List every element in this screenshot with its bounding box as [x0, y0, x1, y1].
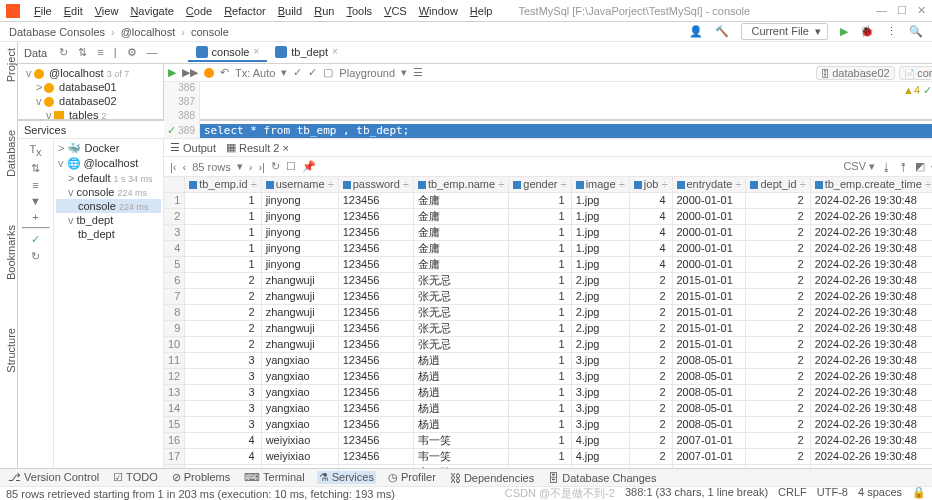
run-config-select[interactable]: Current File ▾ [741, 23, 828, 40]
execute-plan-icon[interactable]: ▶▶ [182, 66, 198, 79]
add-row-icon[interactable]: ☐ [286, 160, 296, 173]
menu-navigate[interactable]: Navigate [124, 3, 179, 19]
db-node[interactable]: v tables 2 [22, 108, 159, 119]
menu-tools[interactable]: Tools [340, 3, 378, 19]
services-tree[interactable]: > 🐳 Dockerv 🌐 @localhost> default 1 s 34… [54, 139, 164, 486]
menu-vcs[interactable]: VCS [378, 3, 413, 19]
svc-node[interactable]: v tb_dept [56, 213, 161, 227]
svc-node[interactable]: console 224 ms [56, 199, 161, 213]
rollback-icon[interactable]: ↶ [220, 66, 229, 79]
table-row[interactable]: 164weiyixiao123456韦一笑14.jpg22007-01-0122… [164, 432, 932, 448]
col-header[interactable]: tb_emp.name ÷ [413, 177, 508, 192]
last-page-icon[interactable]: ›| [258, 161, 265, 173]
database-tool[interactable]: Database [0, 130, 17, 177]
filter-icon[interactable]: ⇅ [31, 162, 40, 175]
svc-node[interactable]: tb_dept [56, 227, 161, 241]
check2-icon[interactable]: ✓ [308, 66, 317, 79]
table-row[interactable]: 11jinyong123456金庸11.jpg42000-01-0122024-… [164, 192, 932, 208]
pin-icon[interactable]: 📌 [302, 160, 316, 173]
bottom-profiler[interactable]: ◷ Profiler [386, 471, 438, 484]
settings-icon[interactable]: ☰ [413, 66, 423, 79]
next-page-icon[interactable]: › [249, 161, 253, 173]
bookmarks-tool[interactable]: Bookmarks [0, 225, 17, 280]
col-header[interactable]: job ÷ [629, 177, 672, 192]
menu-edit[interactable]: Edit [58, 3, 89, 19]
close-tab-icon[interactable]: × [253, 46, 259, 57]
col-header[interactable]: entrydate ÷ [672, 177, 746, 192]
sql-editor[interactable]: ▶ ▶▶ ↶ Tx: Auto▾ ✓ ✓ ▢ Playground▾ ☰ 🗄 d… [164, 64, 932, 119]
table-row[interactable]: 133yangxiao123456杨逍13.jpg22008-05-012202… [164, 384, 932, 400]
tab-tb-dept[interactable]: tb_dept× [267, 44, 346, 62]
inspection-badge[interactable]: ▲4 ✓28 ^ ▾ [903, 84, 932, 97]
svc-node[interactable]: v 🌐 @localhost [56, 156, 161, 171]
stop-icon[interactable]: ▢ [323, 66, 333, 79]
menu-refactor[interactable]: Refactor [218, 3, 272, 19]
caret-pos[interactable]: 388:1 (33 chars, 1 line break) [625, 486, 768, 500]
bottom-todo[interactable]: ☑ TODO [111, 471, 159, 484]
tree-icon[interactable]: ≡ [32, 179, 38, 191]
table-row[interactable]: 82zhangwuji123456张无忌12.jpg22015-01-01220… [164, 304, 932, 320]
breadcrumb-part[interactable]: console [191, 26, 229, 38]
refresh-icon[interactable]: ↻ [59, 46, 68, 59]
menu-file[interactable]: File [28, 3, 58, 19]
first-page-icon[interactable]: |‹ [170, 161, 177, 173]
indent[interactable]: 4 spaces [858, 486, 902, 500]
run-icon[interactable]: ▶ [840, 25, 848, 38]
result-tab[interactable]: ▦ Result 2 × [226, 141, 289, 154]
database-tree[interactable]: v @localhost 3 of 7> database01v databas… [18, 64, 164, 119]
check-icon[interactable]: ✓ [293, 66, 302, 79]
table-row[interactable]: 72zhangwuji123456张无忌12.jpg22015-01-01220… [164, 288, 932, 304]
line-ending[interactable]: CRLF [778, 486, 807, 500]
more-icon[interactable]: ⋮ [886, 25, 897, 38]
table-row[interactable]: 92zhangwuji123456张无忌12.jpg22015-01-01220… [164, 320, 932, 336]
col-header[interactable]: image ÷ [571, 177, 629, 192]
table-row[interactable]: 123yangxiao123456杨逍13.jpg22008-05-012202… [164, 368, 932, 384]
close-icon[interactable]: ✕ [917, 4, 926, 17]
col-header[interactable]: dept_id ÷ [746, 177, 810, 192]
table-row[interactable]: 21jinyong123456金庸11.jpg42000-01-0122024-… [164, 208, 932, 224]
table-row[interactable]: 102zhangwuji123456张无忌12.jpg22015-01-0122… [164, 336, 932, 352]
bottom-terminal[interactable]: ⌨ Terminal [242, 471, 306, 484]
collapse-icon[interactable]: — [147, 46, 158, 59]
lock-icon[interactable]: 🔒 [912, 486, 926, 500]
table-row[interactable]: 41jinyong123456金庸11.jpg42000-01-0122024-… [164, 240, 932, 256]
rerun-icon[interactable]: ↻ [31, 250, 40, 263]
tx-icon[interactable]: Tx [29, 143, 41, 158]
result-grid[interactable]: tb_emp.id ÷username ÷password ÷tb_emp.na… [164, 177, 932, 486]
debug-icon[interactable]: 🐞 [860, 25, 874, 38]
minimize-icon[interactable]: — [876, 4, 887, 17]
col-header[interactable]: gender ÷ [509, 177, 571, 192]
build-icon[interactable]: 🔨 [715, 25, 729, 38]
db-node[interactable]: v database02 [22, 94, 159, 108]
col-header[interactable]: tb_emp.create_time ÷ [810, 177, 932, 192]
import-icon[interactable]: ⭱ [898, 161, 909, 173]
bottom-version-control[interactable]: ⎇ Version Control [6, 471, 101, 484]
breadcrumb-part[interactable]: @localhost [121, 26, 176, 38]
menu-code[interactable]: Code [180, 3, 218, 19]
tab-console[interactable]: console× [188, 44, 268, 62]
svc-node[interactable]: > 🐳 Docker [56, 141, 161, 156]
bottom-problems[interactable]: ⊘ Problems [170, 471, 233, 484]
structure-tool[interactable]: Structure [0, 328, 17, 373]
bottom-services[interactable]: ⚗ Services [317, 471, 376, 484]
table-row[interactable]: 143yangxiao123456杨逍13.jpg22008-05-012202… [164, 400, 932, 416]
playground-select[interactable]: Playground [339, 67, 395, 79]
breadcrumb-part[interactable]: Database Consoles [9, 26, 105, 38]
csv-select[interactable]: CSV ▾ [843, 160, 875, 173]
tx-mode[interactable]: Tx: Auto [235, 67, 275, 79]
col-header[interactable]: password ÷ [338, 177, 413, 192]
funnel-icon[interactable]: ▼ [30, 195, 41, 207]
db-node[interactable]: v @localhost 3 of 7 [22, 66, 159, 80]
table-row[interactable]: 51jinyong123456金庸11.jpg42000-01-0122024-… [164, 256, 932, 272]
db-node[interactable]: > database01 [22, 80, 159, 94]
execute-icon[interactable]: ▶ [168, 66, 176, 79]
add-icon[interactable]: + [32, 211, 38, 223]
table-row[interactable]: 62zhangwuji123456张无忌12.jpg22015-01-01220… [164, 272, 932, 288]
col-header[interactable]: tb_emp.id ÷ [185, 177, 261, 192]
sort-icon[interactable]: ≡ [97, 46, 103, 59]
commit-icon[interactable] [204, 68, 214, 78]
menu-build[interactable]: Build [272, 3, 308, 19]
maximize-icon[interactable]: ☐ [897, 4, 907, 17]
menu-help[interactable]: Help [464, 3, 499, 19]
db-pill[interactable]: 🗄 database02 [816, 66, 895, 80]
